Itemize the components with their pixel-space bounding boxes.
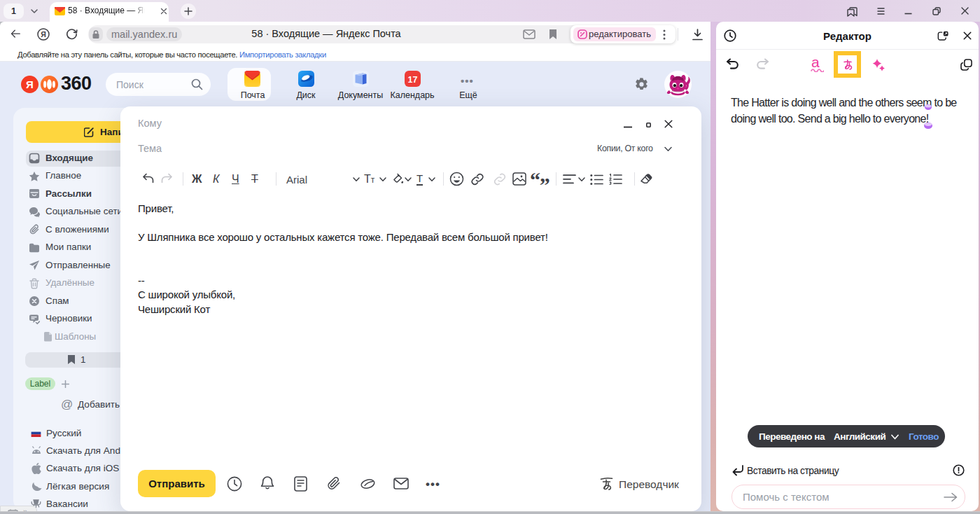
- svg-text:17: 17: [408, 75, 418, 85]
- svg-text:Я: Я: [41, 30, 46, 39]
- svg-text:Я: Я: [26, 78, 34, 90]
